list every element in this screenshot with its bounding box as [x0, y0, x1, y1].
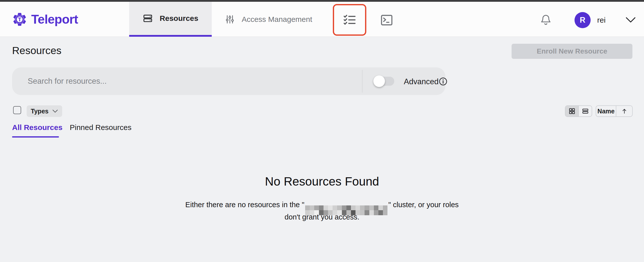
advanced-label: Advanced — [404, 77, 439, 86]
teleport-wordmark: Teleport — [31, 12, 78, 27]
teleport-logo[interactable]: T Teleport — [12, 2, 78, 37]
grid-view-icon — [568, 107, 576, 115]
card-view-button[interactable] — [565, 106, 578, 116]
teleport-gear-icon: T — [12, 11, 28, 27]
tab-resources-label: Resources — [160, 14, 198, 23]
empty-line1-suffix: " cluster, or your roles — [388, 201, 458, 209]
empty-state-line2: don't grant you access. — [0, 213, 644, 221]
tab-all-resources-label: All Resources — [12, 123, 62, 132]
tab-pinned-resources-label: Pinned Resources — [70, 123, 131, 132]
svg-text:T: T — [18, 16, 21, 23]
tab-pinned-resources[interactable]: Pinned Resources — [70, 123, 131, 132]
enroll-new-resource-button[interactable]: Enroll New Resource — [512, 44, 632, 59]
sliders-icon — [225, 14, 235, 25]
empty-state-title: No Resources Found — [0, 174, 644, 188]
list-view-button[interactable] — [578, 106, 592, 116]
tab-resources[interactable]: Resources — [129, 2, 212, 37]
bell-icon — [539, 13, 552, 27]
username-label: rei — [597, 16, 605, 24]
tab-access-management-label: Access Management — [242, 15, 312, 24]
chevron-down-icon — [52, 109, 58, 113]
tab-all-resources[interactable]: All Resources — [12, 123, 62, 132]
advanced-toggle[interactable] — [374, 77, 394, 86]
advanced-toggle-knob — [373, 75, 385, 87]
info-icon[interactable] — [439, 77, 448, 86]
top-nav-bar: T Teleport Resources Access Management — [0, 2, 644, 37]
checklist-icon — [342, 12, 357, 27]
terminal-button[interactable] — [379, 12, 395, 28]
sort-direction-button[interactable] — [616, 106, 632, 116]
avatar-initial: R — [580, 16, 585, 25]
servers-icon — [142, 13, 153, 24]
browser-top-strip — [0, 0, 644, 2]
active-tab-underline — [12, 136, 59, 138]
select-all-checkbox[interactable] — [13, 106, 21, 114]
avatar[interactable]: R — [575, 12, 591, 28]
sort-control: Name — [596, 105, 633, 117]
terminal-icon — [379, 13, 394, 27]
checklist-nav-button-annotated[interactable] — [333, 4, 366, 36]
empty-line1-prefix: Either there are no resources in the " — [185, 201, 304, 209]
sort-field-button[interactable]: Name — [596, 106, 616, 116]
search-bar: Advanced — [12, 67, 445, 95]
tab-access-management[interactable]: Access Management — [214, 2, 323, 37]
notifications-button[interactable] — [539, 13, 552, 27]
user-menu-chevron-down-icon[interactable] — [625, 17, 636, 23]
view-mode-toggle — [565, 105, 592, 117]
types-filter-button[interactable]: Types — [27, 105, 62, 117]
arrow-up-icon — [621, 108, 628, 115]
page-title: Resources — [12, 45, 61, 57]
types-label: Types — [31, 108, 48, 115]
search-input[interactable] — [21, 67, 358, 95]
list-view-icon — [582, 107, 589, 115]
search-advanced-divider — [362, 70, 363, 93]
